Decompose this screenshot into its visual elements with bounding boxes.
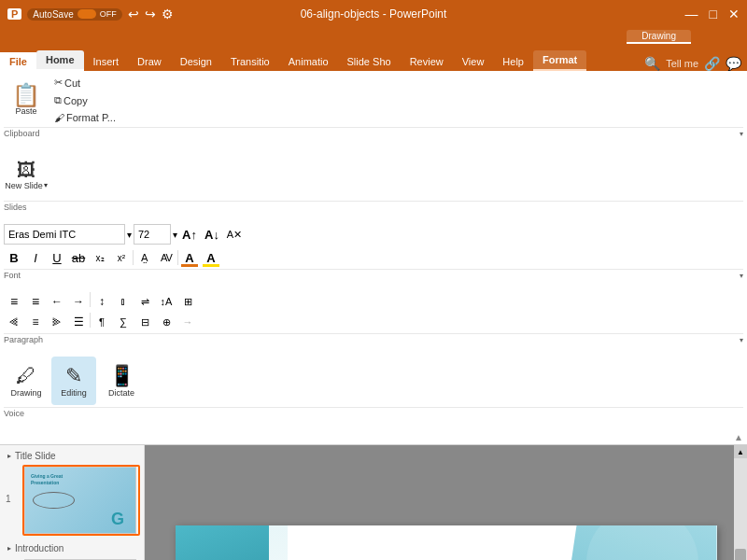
maximize-btn[interactable]: □ [710,7,717,21]
slide-bg-center [288,525,605,560]
strikethrough-btn[interactable]: ab [68,248,89,267]
font-dialog-icon[interactable]: ▾ [740,272,743,280]
para-btn-10[interactable]: → [177,313,198,331]
tab-transition[interactable]: Transitio [221,52,279,71]
char-spacing-btn[interactable]: AV [156,248,176,267]
clipboard-body: 📋 Paste ✂ Cut ⧉ Copy 🖌 Format P... [4,75,743,125]
numbered-list-btn[interactable]: ≡ [25,292,46,311]
para-extra-btn[interactable]: ∑ [113,313,134,331]
tab-draw[interactable]: Draw [128,52,171,71]
new-slide-btn[interactable]: 🖼 New Slide ▾ [4,150,49,199]
tab-slideshow[interactable]: Slide Sho [338,52,401,71]
italic-btn[interactable]: I [25,248,46,267]
drawing-context-tab[interactable]: Drawing [627,30,691,44]
copy-icon: ⧉ [54,94,62,106]
decrease-font-btn[interactable]: A↓ [202,225,222,244]
para-btn-8[interactable]: ⊟ [134,313,155,331]
decrease-indent-btn[interactable]: ← [47,292,67,311]
align-right-btn[interactable]: ⫸ [47,313,67,331]
comment-btn[interactable]: 💬 [726,56,741,71]
minimize-btn[interactable]: — [685,7,698,21]
voice-body: 🖊 Drawing ✎ Editing 📱 Dictate [4,357,743,405]
ribbon-tabs: File Home Insert Draw Design Transitio A… [0,45,747,71]
smart-art-btn[interactable]: ⊞ [177,292,198,311]
tab-home[interactable]: Home [36,50,84,71]
underline-btn[interactable]: U [47,248,67,267]
section-introduction: Introduction [4,541,140,555]
autosave-toggle[interactable]: AutoSave OFF [27,8,121,21]
justify-btn[interactable]: ☰ [68,313,89,331]
tab-help[interactable]: Help [493,52,533,71]
superscript-btn[interactable]: x² [111,248,132,267]
undo-btn[interactable]: ↩ [128,7,139,21]
font-label: Font ▾ [4,269,743,281]
tab-design[interactable]: Design [171,52,221,71]
highlight-btn[interactable]: A [201,248,221,267]
slides-label: Slides [4,201,743,213]
powerpoint-logo: P [7,8,21,20]
bullets-btn[interactable]: ≡ [4,292,24,311]
columns-btn[interactable]: ⫾ [113,292,134,311]
tell-me-input[interactable]: Tell me [666,58,698,69]
slide-number-1: 1 [6,494,11,504]
clipboard-label: Clipboard ▾ [4,127,743,139]
font-name-dropdown[interactable]: ▾ [127,230,132,240]
align-text-btn[interactable]: ↕A [156,292,176,311]
font-color-btn[interactable]: A [179,248,200,267]
voice-section: 🖊 Drawing ✎ Editing 📱 Dictate Voice [0,355,747,421]
redo-btn[interactable]: ↪ [145,7,156,21]
paragraph-body: ≡ ≡ ← → ↕ ⫾ ⇌ ↕A ⊞ ⫷ ≡ ⫸ ☰ ¶ ∑ ⊟ ⊕ [4,292,743,331]
close-btn[interactable]: ✕ [728,7,740,21]
slide-thumb-1[interactable]: Giving a GreatPresentation G [22,465,140,536]
text-direction-btn[interactable]: ⇌ [134,292,155,311]
tab-animation[interactable]: Animatio [279,52,338,71]
text-shadow-btn[interactable]: A̤ [134,248,155,267]
tab-review[interactable]: Review [401,52,453,71]
paragraph-label: Paragraph ▾ [4,333,743,345]
cut-btn[interactable]: ✂ Cut [51,75,126,91]
increase-indent-btn[interactable]: → [68,292,89,311]
customize-btn[interactable]: ⚙ [162,7,174,21]
drawing-btn[interactable]: 🖊 Drawing [4,357,49,405]
autosave-toggle-indicator [78,9,96,19]
font-size-dropdown[interactable]: ▾ [173,230,177,240]
tab-format[interactable]: Format [533,50,586,71]
subscript-btn[interactable]: x₂ [90,248,110,267]
bold-btn[interactable]: B [4,248,24,267]
new-slide-dropdown-icon[interactable]: ▾ [44,181,48,189]
share-btn[interactable]: 🔗 [704,56,720,71]
align-center-btn[interactable]: ≡ [25,313,46,331]
dictate-btn[interactable]: 📱 Dictate [99,357,144,405]
para-spacing-btn[interactable]: ¶ [92,313,112,331]
tab-insert[interactable]: Insert [84,52,129,71]
paragraph-dialog-icon[interactable]: ▾ [740,336,743,344]
font-size-input[interactable] [134,224,171,245]
paste-btn[interactable]: 📋 Paste [4,76,49,124]
font-name-input[interactable] [4,224,125,245]
para-btn-9[interactable]: ⊕ [156,313,176,331]
tab-view[interactable]: View [453,52,494,71]
window-title: 06-align-objects - PowerPoint [301,7,447,21]
align-left-btn[interactable]: ⫷ [4,313,24,331]
line-spacing-btn[interactable]: ↕ [92,292,112,311]
editing-btn[interactable]: ✎ Editing [51,357,96,405]
slides-section: 🖼 New Slide ▾ Slides [0,148,747,215]
slide-panel: Title Slide 1 Giving a GreatPresentation… [0,445,145,560]
increase-font-btn[interactable]: A↑ [179,225,200,244]
format-toolbar: B I U ab x₂ x² A̤ AV A A [4,248,221,267]
ribbon: 📋 Paste ✂ Cut ⧉ Copy 🖌 Format P... Clip [0,71,747,445]
copy-btn[interactable]: ⧉ Copy [51,92,126,108]
slide-main: Giving a Great Presentation CustomGuide … [176,525,717,560]
title-bar-left: P AutoSave OFF ↩ ↪ ⚙ [7,7,174,21]
scroll-up-btn[interactable]: ▲ [734,445,747,458]
clear-format-btn[interactable]: A✕ [224,225,245,244]
para-row-2: ⫷ ≡ ⫸ ☰ ¶ ∑ ⊟ ⊕ → [4,313,198,331]
format-painter-icon: 🖌 [54,112,64,123]
ribbon-collapse-btn[interactable]: ▲ [734,432,743,442]
tab-file[interactable]: File [0,52,36,71]
format-painter-btn[interactable]: 🖌 Format P... [51,110,126,125]
window-controls: — □ ✕ [685,7,740,21]
clipboard-dialog-icon[interactable]: ▾ [740,130,743,138]
scroll-thumb[interactable] [735,549,746,560]
title-bar: P AutoSave OFF ↩ ↪ ⚙ 06-align-objects - … [0,0,747,28]
